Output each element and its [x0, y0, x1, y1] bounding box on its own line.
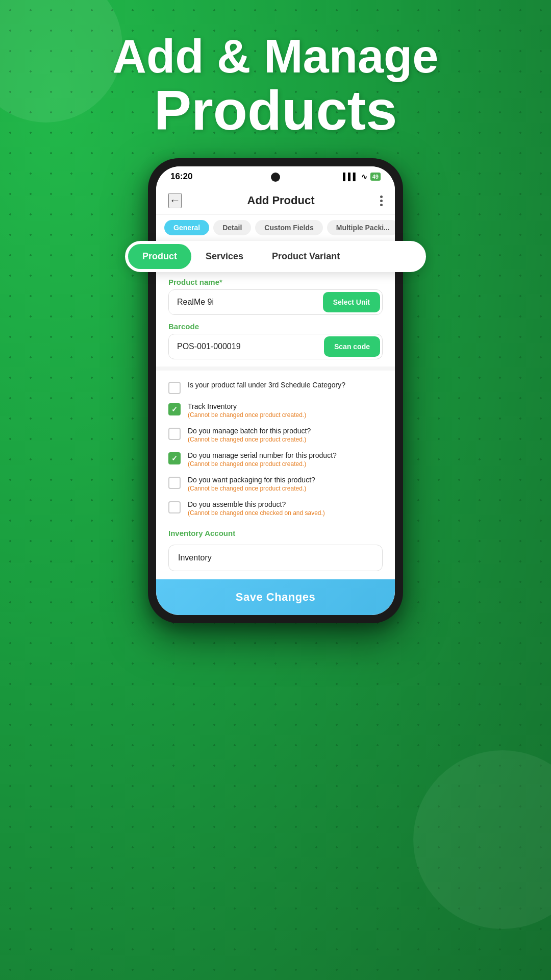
checkbox-serial-sub: (Cannot be changed once product created.…: [188, 460, 383, 468]
checkbox-packaging-sub: (Cannot be changed once product created.…: [188, 485, 383, 492]
checkbox-row-packaging: Do you want packaging for this product? …: [168, 476, 383, 492]
checkbox-batch-sub: (Cannot be changed once product created.…: [188, 436, 383, 443]
checkbox-row-track: ✓ Track Inventory (Cannot be changed onc…: [168, 402, 383, 419]
hero-title: Add & Manage Products: [0, 31, 551, 138]
wifi-icon: ∿: [361, 173, 367, 181]
product-name-label: Product name*: [168, 278, 383, 286]
checkbox-batch-label: Do you manage batch for this product?: [188, 427, 383, 435]
checkbox-row-assemble: Do you assemble this product? (Cannot be…: [168, 500, 383, 517]
tab-detail[interactable]: Detail: [213, 220, 251, 235]
inventory-account-section: Inventory Account: [168, 525, 383, 579]
select-unit-button[interactable]: Select Unit: [323, 292, 380, 312]
signal-icon: ▌▌▌: [343, 173, 358, 181]
checkmark-serial-icon: ✓: [171, 454, 178, 462]
scan-code-button[interactable]: Scan code: [324, 336, 380, 357]
checkbox-assemble-sub: (Cannot be changed once checked on and s…: [188, 509, 383, 517]
status-time: 16:20: [170, 172, 192, 182]
barcode-field-container: Scan code: [168, 334, 383, 359]
ptab-product[interactable]: Product: [128, 244, 191, 269]
more-dot-2: [380, 200, 383, 202]
checkbox-schedule-text: Is your product fall under 3rd Schedule …: [188, 381, 383, 389]
checkbox-track[interactable]: ✓: [168, 403, 181, 415]
phone-frame: 16:20 ▌▌▌ ∿ 49 ← Add Product: [148, 158, 403, 623]
checkbox-packaging[interactable]: [168, 477, 181, 489]
more-menu-button[interactable]: [380, 195, 383, 206]
checkbox-assemble-label: Do you assemble this product?: [188, 500, 383, 508]
hero-line1: Add & Manage: [20, 31, 531, 82]
product-name-input[interactable]: [169, 290, 321, 314]
hero-line2: Products: [20, 82, 531, 138]
checkbox-schedule-label: Is your product fall under 3rd Schedule …: [188, 381, 383, 389]
product-tabs-floating: Product Services Product Variant: [125, 241, 426, 272]
checkbox-row-batch: Do you manage batch for this product? (C…: [168, 427, 383, 443]
checkbox-serial-text: Do you manage serial number for this pro…: [188, 451, 383, 468]
barcode-input[interactable]: [169, 335, 322, 358]
save-changes-button[interactable]: Save Changes: [156, 579, 395, 615]
checkbox-batch-text: Do you manage batch for this product? (C…: [188, 427, 383, 443]
inventory-account-input[interactable]: [168, 545, 383, 571]
page-title: Add Product: [247, 194, 315, 207]
more-dot-1: [380, 195, 383, 198]
checkbox-assemble[interactable]: [168, 501, 181, 513]
camera-notch: [271, 173, 280, 182]
checkbox-track-label: Track Inventory: [188, 402, 383, 410]
checkbox-packaging-label: Do you want packaging for this product?: [188, 476, 383, 484]
checkbox-assemble-text: Do you assemble this product? (Cannot be…: [188, 500, 383, 517]
checkbox-serial-label: Do you manage serial number for this pro…: [188, 451, 383, 459]
barcode-label: Barcode: [168, 322, 383, 331]
checkbox-serial[interactable]: ✓: [168, 452, 181, 464]
tab-custom-fields[interactable]: Custom Fields: [255, 220, 322, 235]
tab-bar: General Detail Custom Fields Multiple Pa…: [156, 215, 395, 240]
section-divider: [156, 366, 395, 371]
checkbox-track-sub: (Cannot be changed once product created.…: [188, 411, 383, 419]
inventory-account-label: Inventory Account: [168, 529, 383, 537]
status-icons: ▌▌▌ ∿ 49: [343, 173, 381, 181]
checkbox-schedule[interactable]: [168, 382, 181, 394]
ptab-product-variant[interactable]: Product Variant: [258, 244, 354, 269]
phone-outer: 16:20 ▌▌▌ ∿ 49 ← Add Product: [148, 158, 403, 623]
phone-screen: 16:20 ▌▌▌ ∿ 49 ← Add Product: [156, 166, 395, 615]
form-body: Code P-000025 Product name* Select Unit …: [156, 240, 395, 579]
ptab-services[interactable]: Services: [191, 244, 258, 269]
tab-multiple-packing[interactable]: Multiple Packi...: [327, 220, 395, 235]
checkbox-row-schedule: Is your product fall under 3rd Schedule …: [168, 381, 383, 394]
tab-general[interactable]: General: [164, 220, 209, 235]
product-name-field-container: Select Unit: [168, 289, 383, 315]
more-dot-3: [380, 204, 383, 206]
battery-icon: 49: [370, 173, 381, 181]
checkbox-section: Is your product fall under 3rd Schedule …: [168, 373, 383, 517]
checkbox-row-serial: ✓ Do you manage serial number for this p…: [168, 451, 383, 468]
back-button[interactable]: ←: [168, 193, 182, 208]
checkbox-track-text: Track Inventory (Cannot be changed once …: [188, 402, 383, 419]
status-bar: 16:20 ▌▌▌ ∿ 49: [156, 166, 395, 185]
checkmark-icon: ✓: [171, 405, 178, 413]
checkbox-batch[interactable]: [168, 428, 181, 440]
checkbox-packaging-text: Do you want packaging for this product? …: [188, 476, 383, 492]
app-header: ← Add Product: [156, 185, 395, 215]
